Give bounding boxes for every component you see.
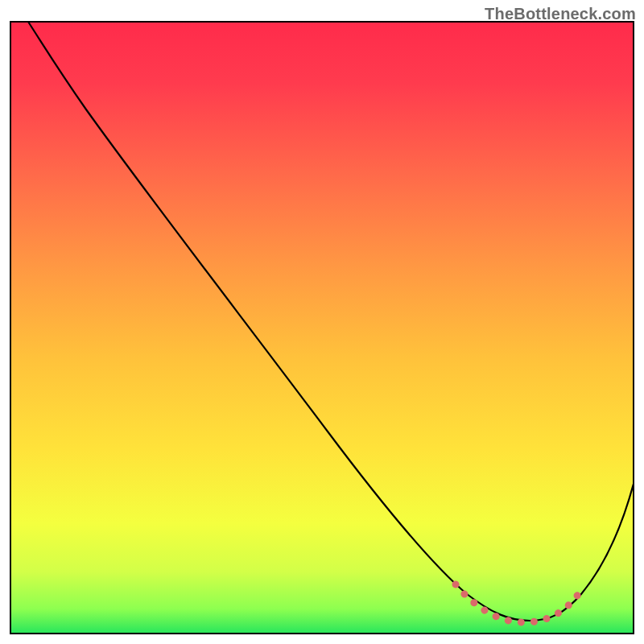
gradient-background [10, 22, 634, 634]
chart-svg [10, 21, 634, 634]
plot-area [10, 21, 634, 634]
chart-container: TheBottleneck.com [0, 0, 644, 644]
